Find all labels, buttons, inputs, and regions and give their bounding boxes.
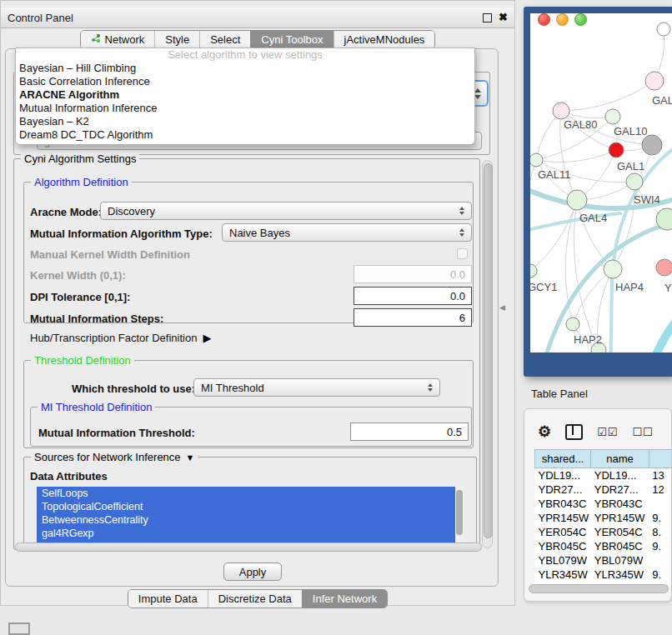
network-canvas[interactable]: GALGAL80GAL10GAL1GAL11SWI4GAL4GCY1HAP4YH…	[530, 13, 672, 352]
network-node[interactable]	[605, 109, 620, 124]
columns-icon[interactable]	[565, 424, 583, 440]
manual-kernel-width-checkbox[interactable]	[457, 248, 468, 259]
table-row[interactable]: YPR145WYPR145W9.	[535, 511, 672, 525]
deselect-checkboxes-icon[interactable]: ☐☐	[632, 426, 653, 438]
which-threshold-combo[interactable]: MI Threshold	[193, 378, 440, 397]
algorithm-option[interactable]: Mutual Information Inference	[16, 102, 474, 115]
close-traffic-light-icon[interactable]	[538, 13, 550, 26]
table-row[interactable]: YLR345WYLR345W9.	[535, 568, 672, 582]
node-label: GAL80	[564, 118, 597, 131]
mi-algorithm-type-combo[interactable]: Naive Bayes	[222, 223, 472, 242]
settings-vertical-scrollbar[interactable]	[482, 160, 493, 548]
top-tab-bar: NetworkStyleSelectCyni ToolboxjActiveMNo…	[0, 30, 515, 49]
node-label: GAL4	[579, 212, 607, 224]
attributes-scrollbar[interactable]	[455, 487, 464, 543]
algorithm-option[interactable]: Bayesian – Hill Climbing	[16, 62, 474, 75]
table-horizontal-scrollbar[interactable]	[529, 583, 670, 592]
algorithm-option[interactable]: Bayesian – K2	[16, 115, 474, 128]
algorithm-option[interactable]: Dream8 DC_TDC Algorithm	[16, 128, 474, 142]
algorithm-dropdown-popup: Select algorithm to view settings Bayesi…	[15, 48, 475, 145]
collapsed-panel-handle[interactable]	[8, 622, 30, 635]
node-attribute-table[interactable]: shared...nameYDL19...YDL19...13YDR27...Y…	[534, 449, 672, 584]
node-label: GAL1	[617, 160, 644, 172]
control-panel-title: Control Panel	[8, 12, 73, 24]
kernel-width-field[interactable]: 0.0	[354, 265, 472, 283]
float-window-icon[interactable]	[483, 13, 492, 22]
column-header[interactable]	[649, 450, 672, 468]
minimize-traffic-light-icon[interactable]	[556, 13, 569, 26]
mi-steps-field[interactable]: 6	[354, 308, 472, 327]
which-threshold-label: Which threshold to use:	[72, 382, 195, 395]
attribute-item[interactable]: BetweennessCentrality	[37, 513, 455, 527]
tab-select[interactable]: Select	[199, 31, 250, 48]
node-label: GAL11	[538, 168, 571, 181]
column-header[interactable]: shared...	[535, 450, 591, 468]
tab-cyni-toolbox[interactable]: Cyni Toolbox	[250, 31, 333, 48]
scrollbar-thumb[interactable]	[15, 542, 482, 552]
close-icon[interactable]: ✖	[499, 12, 508, 22]
control-panel-titlebar: Control Panel ✖	[1, 8, 514, 28]
network-view-canvas-area: GALGAL80GAL10GAL1GAL11SWI4GAL4GCY1HAP4YH…	[530, 13, 672, 352]
network-edge	[530, 160, 536, 271]
attribute-item[interactable]: TopologicalCoefficient	[37, 500, 455, 513]
network-node[interactable]	[609, 142, 624, 158]
data-attributes-label: Data Attributes	[30, 470, 108, 482]
collapse-arrow-icon[interactable]: ▼	[186, 452, 195, 462]
tab-discretize-data[interactable]: Discretize Data	[208, 590, 302, 608]
attribute-item[interactable]: SelfLoops	[37, 487, 455, 500]
aracne-mode-combo[interactable]: Discovery	[100, 202, 472, 220]
table-panel-title: Table Panel	[531, 388, 588, 400]
tab-network[interactable]: Network	[81, 31, 155, 48]
tab-infer-network[interactable]: Infer Network	[302, 590, 387, 608]
node-label: HAP2	[574, 333, 602, 346]
select-all-checkboxes-icon[interactable]: ☑☑	[597, 426, 618, 438]
tab-style[interactable]: Style	[154, 31, 199, 48]
network-icon	[91, 33, 101, 46]
node-label: SWI4	[634, 193, 660, 206]
bottom-tab-bar: Impute DataDiscretize DataInfer Network	[0, 589, 515, 608]
kernel-width-label: Kernel Width (0,1):	[30, 269, 126, 282]
table-row[interactable]: YDL19...YDL19...13	[535, 468, 672, 483]
network-node[interactable]	[530, 153, 543, 167]
dpi-tolerance-field[interactable]: 0.0	[354, 287, 472, 305]
settings-horizontal-scrollbar[interactable]	[15, 542, 482, 551]
network-node[interactable]	[604, 260, 622, 278]
network-node[interactable]	[553, 102, 569, 119]
apply-button[interactable]: Apply	[223, 562, 282, 581]
window-controls	[538, 13, 587, 26]
scrollbar-thumb[interactable]	[484, 163, 493, 538]
column-header[interactable]: name	[591, 450, 649, 468]
network-node[interactable]	[656, 259, 672, 276]
hub-tf-definition-section[interactable]: Hub/Transcription Factor Definition ▶	[30, 332, 211, 344]
mi-threshold-label: Mutual Information Threshold:	[38, 427, 195, 439]
mi-threshold-field[interactable]: 0.5	[350, 422, 469, 441]
network-node[interactable]	[642, 135, 662, 155]
table-row[interactable]: YBR045CYBR045C9.	[535, 539, 672, 553]
algorithm-option[interactable]: ARACNE Algorithm	[16, 88, 474, 102]
network-node[interactable]	[645, 72, 664, 90]
table-row[interactable]: YBR043CYBR043C	[535, 497, 672, 511]
network-node[interactable]	[626, 173, 643, 190]
network-node[interactable]	[657, 22, 670, 36]
network-node[interactable]	[566, 318, 579, 331]
attribute-item[interactable]: gal4RGexp	[37, 527, 455, 540]
node-label: GAL10	[614, 125, 647, 138]
scrollbar-thumb[interactable]	[456, 490, 463, 535]
tab-jactivemnodules[interactable]: jActiveMNodules	[333, 31, 435, 48]
network-thick-edge	[652, 310, 672, 352]
gear-icon[interactable]: ⚙	[538, 424, 551, 439]
network-edge	[613, 182, 634, 269]
table-row[interactable]: YDR27...YDR27...12	[535, 482, 672, 497]
data-attributes-list[interactable]: SelfLoopsTopologicalCoefficientBetweenne…	[37, 487, 455, 543]
network-node[interactable]	[567, 190, 587, 210]
aracne-mode-label: Aracne Mode:	[30, 206, 102, 218]
table-row[interactable]: YER054CYER054C8.	[535, 525, 672, 539]
table-row[interactable]: YBL079WYBL079W	[535, 553, 672, 568]
tab-impute-data[interactable]: Impute Data	[128, 590, 208, 608]
scrollbar-thumb[interactable]	[529, 584, 669, 593]
network-thick-edge	[544, 220, 672, 352]
splitter-collapse-icon[interactable]: ◀	[499, 303, 505, 312]
zoom-traffic-light-icon[interactable]	[574, 13, 587, 26]
dpi-tolerance-label: DPI Tolerance [0,1]:	[30, 291, 130, 303]
algorithm-option[interactable]: Basic Correlation Inference	[16, 75, 474, 88]
